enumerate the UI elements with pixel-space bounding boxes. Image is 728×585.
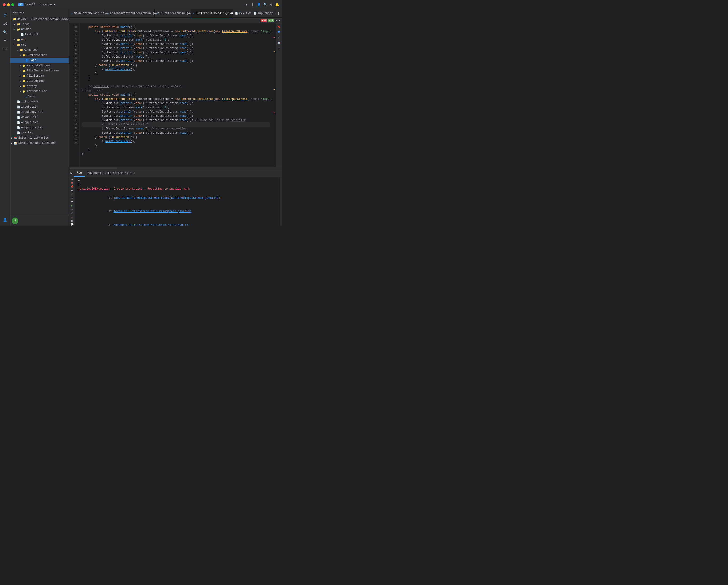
code-line: } bbox=[81, 152, 270, 156]
stack-link[interactable]: java.io.BufferedInputStream.reset(Buffer… bbox=[113, 196, 220, 200]
sidebar-label: input.txt bbox=[21, 105, 36, 109]
avatar-icon[interactable]: 👤 bbox=[1, 216, 9, 224]
exception-link[interactable]: java.io.IOException bbox=[78, 187, 110, 190]
notification-icon[interactable]: 🔔 bbox=[275, 3, 279, 6]
project-title[interactable]: JS JavaSE bbox=[18, 3, 35, 6]
sidebar-item-entity[interactable]: ▶ 📁 entity bbox=[10, 84, 69, 89]
sidebar-label: FileCharacterStream bbox=[27, 69, 59, 72]
down-icon[interactable]: ▼ bbox=[70, 201, 74, 204]
git-branch[interactable]: ⎇ master ▾ bbox=[38, 3, 55, 6]
tab-config[interactable]: Advanced.BufferStream.Main ✕ bbox=[85, 169, 137, 177]
sidebar-item-xxxtxt[interactable]: ▶ 📄 xxx.txt bbox=[10, 130, 69, 135]
tab-xxxtxt[interactable]: 📄 xxx.txt bbox=[233, 9, 251, 18]
bottom-left-icons: ↺ ■ 📌 ⚙ ⋮ ▲ ▼ ▶ ⊡ 🖨 ⚠ 🗑 💬 bbox=[69, 177, 75, 225]
right-icon-bar: 🔖 ✦ 🤖 ⚡ bbox=[276, 23, 282, 167]
sidebar-label: .idea bbox=[21, 23, 30, 26]
run-icon[interactable]: ▶ bbox=[246, 3, 248, 6]
folder-icon: 📁 bbox=[23, 90, 26, 93]
ai-icon[interactable]: ✦ bbox=[277, 34, 281, 39]
config-close-icon[interactable]: ✕ bbox=[133, 172, 135, 175]
run-error-line: java.io.IOException: Create breakpoint :… bbox=[78, 187, 277, 191]
sidebar-item-gitignore[interactable]: ▶ 📄 .gitignore bbox=[10, 99, 69, 104]
run-play-icon[interactable]: ▶ bbox=[70, 204, 74, 207]
sidebar-item-bufferstream[interactable]: ▾ 📁 BufferStream bbox=[10, 53, 69, 58]
tab-filecharacterstream[interactable]: ☕ FileCharacterStream/Main.java bbox=[105, 9, 155, 18]
sidebar-item-filebytestream[interactable]: ▶ 📁 FileByteStream bbox=[10, 63, 69, 68]
bottom-scrollbar[interactable] bbox=[280, 177, 282, 225]
tab-run[interactable]: Run bbox=[74, 169, 85, 177]
sidebar-label: text.txt bbox=[25, 33, 38, 36]
copilot-icon[interactable]: 🤖 bbox=[277, 40, 281, 45]
expand-icon[interactable]: ⊡ bbox=[70, 208, 74, 211]
sidebar-item-newdir[interactable]: ▾ 📁 newDir bbox=[10, 27, 69, 32]
tree-arrow: ▶ bbox=[11, 137, 14, 139]
users-icon[interactable]: 👤 bbox=[257, 3, 261, 6]
toolbar-down-arrow[interactable]: ▼ bbox=[279, 19, 280, 22]
stack-link[interactable]: Advanced.BufferStream.Main.main(Main.jav… bbox=[113, 223, 190, 225]
tab-bufferstream[interactable]: ☕ BufferStream/Main.java ✕ bbox=[191, 9, 233, 18]
sidebar-item-javase[interactable]: ▾ 📁 JavaSE ~/Desktop/CS/JavaSE基础/... bbox=[10, 17, 69, 22]
sidebar-item-outputtxt[interactable]: ▶ 📄 output.txt bbox=[10, 120, 69, 125]
stack-link[interactable]: Advanced.BufferStream.Main.main3(Main.ja… bbox=[113, 210, 191, 213]
horizontal-scrollbar[interactable] bbox=[69, 167, 282, 169]
sidebar-item-texttxt[interactable]: ▶ 📄 text.txt bbox=[10, 32, 69, 37]
speech-icon[interactable]: 💬 bbox=[70, 223, 74, 225]
more-tools-icon[interactable]: ··· bbox=[1, 45, 9, 53]
sidebar-label: Intermediate bbox=[27, 90, 47, 93]
sidebar-item-filestream[interactable]: ▶ 📁 FileStream bbox=[10, 73, 69, 78]
sidebar-item-inputcopytxt[interactable]: ▶ 📄 inputCopy.txt bbox=[10, 109, 69, 115]
tab-mainstream[interactable]: ☕ MainStream/Main.java bbox=[69, 9, 105, 18]
run-panel-icon[interactable]: ▶ bbox=[71, 171, 72, 175]
more-icon[interactable]: ⋮ bbox=[70, 193, 74, 196]
sidebar-item-src[interactable]: ▾ 📁 src bbox=[10, 42, 69, 48]
tab-more-icon[interactable]: ⋮ bbox=[277, 11, 280, 15]
tab-inputcopy[interactable]: 📄 inputCopy ▾ bbox=[251, 9, 275, 18]
toolbar-up-arrow[interactable]: ▲ bbox=[276, 19, 277, 22]
sidebar-item-scratches[interactable]: ▶ 📝 Scratches and Consoles bbox=[10, 140, 69, 146]
bottom-avatar[interactable]: J bbox=[12, 217, 18, 224]
plugin-icon[interactable]: ⚡ bbox=[277, 46, 281, 51]
print-icon[interactable]: 🖨 bbox=[70, 212, 74, 215]
folder-icon: 📁 bbox=[13, 18, 16, 21]
sidebar-item-collection[interactable]: ▶ 📁 Collection bbox=[10, 78, 69, 84]
bookmark-icon[interactable]: 🔖 bbox=[277, 24, 281, 29]
rerun-icon[interactable]: ↺ bbox=[70, 178, 74, 181]
error-count-badge: ▲ 8 bbox=[261, 19, 267, 22]
line-numbers: 30 31 32 33 34 35 36 37 38 39 40 41 42 4… bbox=[69, 23, 80, 167]
up-icon[interactable]: ▲ bbox=[70, 197, 74, 200]
find-icon[interactable]: 🔍 bbox=[1, 28, 9, 36]
sidebar-item-idea[interactable]: ▶ 📁 .idea bbox=[10, 22, 69, 27]
sidebar-item-outputxxxttxt[interactable]: ▶ 📄 outputxxx.txt bbox=[10, 125, 69, 130]
sidebar-item-inputtxt[interactable]: ▶ 📄 input.txt bbox=[10, 104, 69, 109]
project-view-icon[interactable]: ◫ bbox=[1, 11, 9, 19]
sidebar-item-javaseml[interactable]: ▶ 📄 JavaSE.iml bbox=[10, 115, 69, 120]
search-icon[interactable]: 🔍 bbox=[264, 3, 268, 6]
code-line: System.out.println((char) bufferedInputS… bbox=[81, 34, 270, 38]
scroll-thumb[interactable] bbox=[70, 167, 117, 169]
sidebar-item-main-active[interactable]: ▶ 🔵 Main bbox=[10, 58, 69, 63]
vcs-icon[interactable]: ⎇ bbox=[1, 20, 9, 27]
settings-icon[interactable]: ⚙ bbox=[270, 3, 272, 6]
stop-icon[interactable]: ■ bbox=[70, 182, 74, 184]
structure-icon[interactable]: ⊞ bbox=[1, 37, 9, 44]
minimize-button[interactable] bbox=[7, 3, 10, 6]
sidebar-label: Scratches and Consoles bbox=[18, 141, 55, 145]
code-line: } catch (IOException e) { bbox=[81, 63, 270, 68]
tab-filestream[interactable]: ☕ FileStream/Main.java bbox=[155, 9, 191, 18]
close-button[interactable] bbox=[3, 3, 6, 6]
pin-icon[interactable]: 📌 bbox=[70, 185, 74, 188]
maximize-button[interactable] bbox=[11, 3, 14, 6]
settings-icon[interactable]: ⚙ bbox=[70, 189, 74, 192]
sidebar-item-advanced[interactable]: ▾ 📁 Advanced bbox=[10, 48, 69, 53]
code-line: System.out.println((char) bufferedInputS… bbox=[81, 110, 270, 114]
trash-icon[interactable]: 🗑 bbox=[70, 219, 74, 222]
sidebar-item-out[interactable]: ▶ 📁 out bbox=[10, 37, 69, 42]
code-content[interactable]: public static void main2() { try (Buffer… bbox=[80, 23, 272, 167]
sidebar-item-extlibs[interactable]: ▶ 📚 External Libraries bbox=[10, 135, 69, 140]
sidebar-item-main-inter[interactable]: ▶ ☕ Main bbox=[10, 94, 69, 99]
file-icon: 📄 bbox=[17, 100, 20, 103]
sidebar-item-intermediate[interactable]: ▾ 📁 Intermediate bbox=[10, 89, 69, 94]
error-icon[interactable]: ⚠ bbox=[70, 215, 74, 218]
sidebar-item-filecharacterstream[interactable]: ▶ 📁 FileCharacterStream bbox=[10, 68, 69, 73]
more-icon[interactable]: ⋮ bbox=[251, 3, 254, 6]
